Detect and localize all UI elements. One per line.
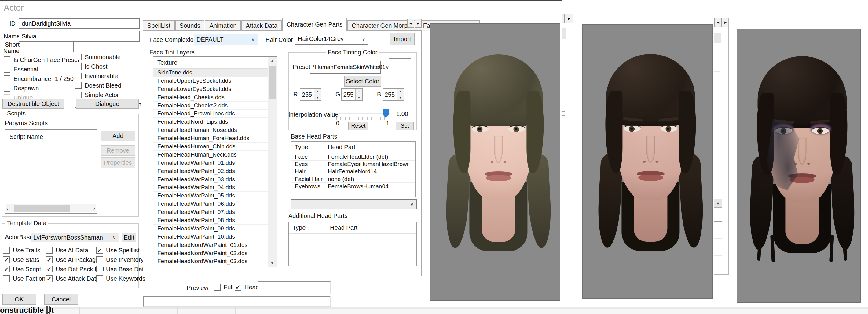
b-spinner[interactable]: 255 ▲▼	[382, 89, 404, 101]
use-use-keywords[interactable]: Use Keywords	[96, 275, 147, 282]
tint-layer-row[interactable]: FemaleHeadNordWarPaint_04.dds	[153, 266, 269, 267]
facegen-preview-viewport-1[interactable]	[430, 23, 560, 301]
vscroll-thumb[interactable]	[269, 66, 276, 100]
tint-layer-row[interactable]: FemaleHeadWarPaint_05.dds	[153, 191, 269, 200]
tint-layer-row[interactable]: FemaleUpperEyeSocket.dds	[153, 77, 269, 85]
tab-character-gen-parts[interactable]: Character Gen Parts	[282, 18, 347, 31]
cancel-button[interactable]: Cancel	[44, 294, 78, 305]
select-color-button[interactable]: Select Color	[344, 76, 381, 87]
use-use-attack-data[interactable]: Use Attack Data	[46, 275, 104, 282]
tab-scroll-right-button[interactable]: ►	[414, 19, 422, 28]
spin-up-icon[interactable]: ▲	[397, 89, 404, 95]
hscroll-thumb[interactable]	[14, 205, 70, 212]
tab-scroll-right-button[interactable]: ►	[565, 14, 574, 23]
face-tint-layer-list[interactable]: Texture SkinTone.ddsFemaleUpperEyeSocket…	[153, 57, 277, 267]
tint-layer-row[interactable]: FemaleHeadWarPaint_03.dds	[153, 175, 269, 184]
use-use-ai-data[interactable]: Use AI Data	[46, 247, 104, 254]
head-part-row[interactable]: FaceFemaleHeadElder (def)	[291, 153, 415, 161]
interpolation-value-box[interactable]: 1.00	[394, 109, 413, 119]
use-use-def-pack-list[interactable]: Use Def Pack List	[46, 266, 104, 273]
flag-is-chargen-face-preset[interactable]: Is CharGen Face Preset	[4, 56, 80, 64]
scroll-down-icon[interactable]: ▼	[268, 259, 277, 267]
tint-layer-row[interactable]: FemaleHeadHuman_Neck.dds	[153, 151, 269, 159]
head-part-row[interactable]: HairHairFemaleNord14	[291, 168, 415, 175]
destructible-object-button[interactable]: Destructible Object	[2, 99, 64, 109]
tint-layer-row[interactable]: FemaleHeadNordWarPaint_02.dds	[153, 249, 269, 257]
tint-layer-row[interactable]: FemaleHeadWarPaint_09.dds	[153, 224, 269, 233]
use-use-base-data[interactable]: Use Base Data	[96, 266, 147, 273]
use-use-ai-packages[interactable]: Use AI Packages	[46, 256, 104, 263]
id-field[interactable]	[19, 18, 140, 29]
tint-layer-row[interactable]: FemaleHeadHuman_Chin.dds	[153, 142, 269, 151]
flag-encumbrance-1-250[interactable]: Encumbrance -1 / 250	[4, 75, 80, 82]
spin-up-icon[interactable]: ▲	[314, 89, 321, 95]
tab-sounds[interactable]: Sounds	[175, 21, 205, 31]
preview-head-checkbox[interactable]: Head	[235, 283, 259, 291]
scroll-up-icon[interactable]: ▲	[268, 57, 277, 65]
facegen-preview-viewport-2[interactable]	[582, 25, 713, 299]
face-complexion-combo[interactable]: DEFAULT ∨	[194, 34, 258, 45]
use-use-stats[interactable]: Use Stats	[3, 256, 49, 263]
preview-text-field[interactable]	[257, 281, 331, 294]
tint-layer-row[interactable]: FemaleHead_Cheeks.dds	[153, 93, 269, 102]
preview-full-checkbox[interactable]: Full	[214, 283, 234, 291]
tint-layer-row[interactable]: FemaleLowerEyeSocket.dds	[153, 85, 269, 93]
short-name-field[interactable]	[22, 42, 74, 52]
interpolation-slider-track[interactable]	[336, 113, 390, 114]
tint-layer-row[interactable]: FemaleHeadHuman_ForeHead.dds	[153, 134, 269, 142]
spin-down-icon[interactable]: ▼	[355, 95, 362, 101]
name-field[interactable]	[19, 31, 140, 41]
import-button[interactable]: Import	[390, 33, 414, 45]
head-part-row[interactable]: EyesFemaleEyesHumanHazelBrown (def)	[291, 161, 415, 168]
use-use-inventory[interactable]: Use Inventory	[96, 256, 147, 263]
tint-layer-row[interactable]: SkinTone.dds	[153, 69, 269, 77]
use-use-traits[interactable]: Use Traits	[3, 247, 49, 254]
tint-layer-row[interactable]: FemaleHeadWarPaint_10.dds	[153, 233, 269, 241]
script-list[interactable]: Script Name ‹ ›	[5, 129, 97, 214]
set-button[interactable]: Set	[396, 122, 414, 130]
script-add-button[interactable]: Add	[101, 131, 135, 141]
use-use-script[interactable]: Use Script	[3, 266, 49, 273]
base-head-parts-table[interactable]: Type Head Part FaceFemaleHeadElder (def)…	[291, 141, 415, 197]
flag-essential[interactable]: Essential	[4, 66, 80, 73]
status-text-field[interactable]	[143, 296, 331, 307]
head-part-row[interactable]: Facial Hairnone (def)	[291, 175, 415, 183]
tint-list-vscrollbar[interactable]: ▲ ▼	[268, 57, 277, 267]
use-use-spelllist[interactable]: Use Spelllist	[96, 247, 147, 254]
script-remove-button[interactable]: Remove	[101, 145, 135, 155]
tint-layer-row[interactable]: FemaleHeadWarPaint_02.dds	[153, 167, 269, 175]
tab-attack-data[interactable]: Attack Data	[241, 21, 281, 31]
tab-spelllist[interactable]: SpellList	[143, 21, 175, 31]
use-use-factions[interactable]: Use Factions	[3, 275, 49, 282]
ok-button[interactable]: OK	[2, 294, 36, 305]
spin-up-icon[interactable]: ▲	[355, 89, 362, 95]
tint-layer-row[interactable]: FemaleHeadWarPaint_01.dds	[153, 159, 269, 167]
preset-combo[interactable]: *HumanFemaleSkinWhite01 ∨	[310, 61, 381, 74]
head-part-row[interactable]: EyebrowsFemaleBrowsHuman04	[291, 183, 415, 190]
hscroll-left-arrow[interactable]: ‹	[6, 206, 8, 211]
actorbase-edit-button[interactable]: Edit	[122, 233, 136, 242]
flag-respawn[interactable]: Respawn	[4, 84, 80, 92]
tab-animation[interactable]: Animation	[205, 21, 241, 31]
tint-layer-row[interactable]: FemaleHeadNordWarPaint_01.dds	[153, 241, 269, 249]
tint-layer-row[interactable]: FemaleHeadWarPaint_08.dds	[153, 216, 269, 224]
tint-layer-row[interactable]: FemaleHeadHuman_Nose.dds	[153, 126, 269, 134]
tint-layer-row[interactable]: FemaleHeadWarPaint_04.dds	[153, 183, 269, 191]
r-spinner[interactable]: 255 ▲▼	[300, 89, 321, 101]
tint-layer-row[interactable]: FemaleHead_Cheeks2.dds	[153, 102, 269, 110]
tab-scroll-left-button[interactable]: ◄	[407, 19, 414, 28]
reset-button[interactable]: Reset	[348, 122, 369, 130]
tint-layer-row[interactable]: FemaleHead_FrownLines.dds	[153, 110, 269, 118]
tab-scroll-left-button[interactable]: ◄	[714, 18, 722, 27]
tint-layer-row[interactable]: FemaleHeadWarPaint_07.dds	[153, 208, 269, 216]
tint-layer-row[interactable]: FemaleHeadNord_Lips.dds	[153, 118, 269, 126]
actorbase-combo[interactable]: LvlForswornBossShaman ∨	[31, 233, 119, 242]
script-properties-button[interactable]: Properties	[101, 158, 135, 168]
spin-down-icon[interactable]: ▼	[314, 95, 321, 101]
g-spinner[interactable]: 255 ▲▼	[341, 89, 363, 101]
hscroll-right-arrow[interactable]: ›	[93, 206, 95, 211]
spin-down-icon[interactable]: ▼	[397, 95, 404, 101]
hair-color-combo[interactable]: HairColor14Grey ∨	[295, 33, 369, 44]
additional-head-parts-table[interactable]: Type Head Part	[288, 221, 417, 266]
tint-layer-row[interactable]: FemaleHeadNordWarPaint_03.dds	[153, 257, 269, 266]
